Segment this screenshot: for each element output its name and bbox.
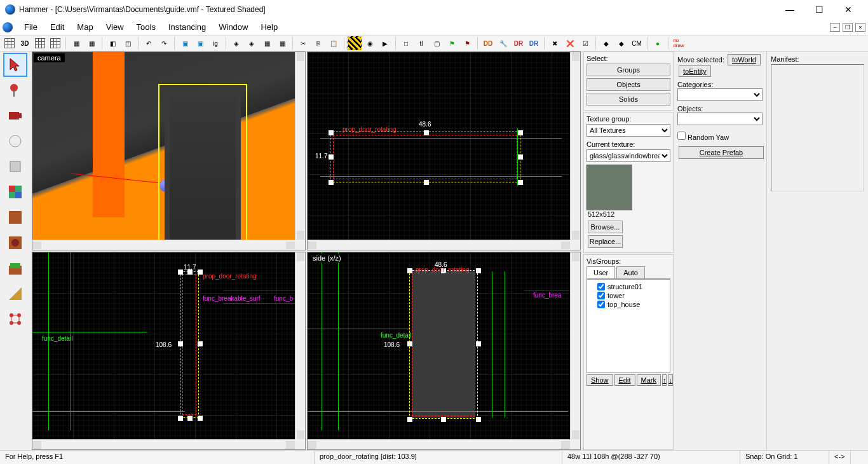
menu-file[interactable]: File <box>18 20 44 34</box>
tb-dr[interactable]: DR <box>512 36 526 50</box>
tb-grid3[interactable] <box>48 36 62 50</box>
tb-cm[interactable]: CM <box>630 36 644 50</box>
objects-select[interactable] <box>677 113 763 125</box>
scrollbar-v[interactable] <box>295 52 305 240</box>
visgroup-checkbox[interactable] <box>597 292 605 299</box>
vg-up[interactable]: ↑ <box>662 374 667 386</box>
tool-apply-texture[interactable] <box>3 205 27 229</box>
tb-cordon2[interactable]: ▣ <box>193 36 207 50</box>
mdi-close[interactable]: × <box>855 23 865 32</box>
menu-instancing[interactable]: Instancing <box>162 20 212 34</box>
tb-tl[interactable]: tl <box>414 36 428 50</box>
tb-copy[interactable]: ⎘ <box>311 36 325 50</box>
tb-hazard[interactable] <box>348 36 362 50</box>
replace-button[interactable]: Replace... <box>588 235 623 248</box>
browse-button[interactable]: Browse... <box>588 221 623 233</box>
viewport-top[interactable]: 48.6 11.7 prop_door_rotating <box>307 51 581 250</box>
tb-box[interactable]: ▢ <box>430 36 444 50</box>
tb-x2[interactable]: ❌ <box>563 36 577 50</box>
tool-overlay[interactable] <box>3 256 27 280</box>
tab-auto[interactable]: Auto <box>616 266 645 278</box>
scrollbar-v[interactable] <box>570 252 580 440</box>
tb-radius[interactable]: ◉ <box>363 36 377 50</box>
visgroup-checkbox[interactable] <box>597 301 605 308</box>
to-entity-button[interactable]: toEntity <box>679 65 711 77</box>
tb-t1[interactable]: ◈ <box>229 36 243 50</box>
viewport-side[interactable]: 48.6 108.6 prop_door_rotating func_detai… <box>307 252 581 451</box>
select-solids[interactable]: Solids <box>587 93 670 106</box>
visgroup-checkbox[interactable] <box>597 283 605 290</box>
tool-camera[interactable] <box>3 104 27 128</box>
scrollbar-h[interactable] <box>308 439 570 449</box>
scrollbar-v[interactable] <box>295 252 305 440</box>
tb-wrench[interactable]: 🔧 <box>496 36 510 50</box>
viewport-3d[interactable]: camera <box>32 51 306 250</box>
random-yaw-checkbox[interactable] <box>677 132 686 140</box>
tb-redo[interactable]: ↷ <box>157 36 171 50</box>
tb-flag2[interactable]: ⚑ <box>460 36 474 50</box>
tb-paste[interactable]: 📋 <box>327 36 341 50</box>
tool-block[interactable] <box>3 154 27 179</box>
menu-tools[interactable]: Tools <box>130 20 162 34</box>
visgroup-item[interactable]: tower <box>590 291 667 300</box>
viewport-front[interactable]: 11.7 108.6 prop_door_rotating func_detai… <box>32 252 306 451</box>
tb-cordon[interactable]: ▣ <box>178 36 192 50</box>
scrollbar-h[interactable] <box>308 240 570 250</box>
menu-map[interactable]: Map <box>71 20 99 34</box>
vg-edit[interactable]: Edit <box>614 374 635 386</box>
close-button[interactable]: ✕ <box>834 0 863 19</box>
visgroup-item[interactable]: top_house <box>590 300 667 309</box>
tb-grid-large[interactable]: ▦ <box>85 36 98 50</box>
vg-mark[interactable]: Mark <box>637 374 661 386</box>
tool-clip[interactable] <box>3 282 27 306</box>
tb-run[interactable]: ▶ <box>378 36 392 50</box>
scrollbar-h[interactable] <box>32 240 295 250</box>
tb-e1[interactable]: ◆ <box>599 36 613 50</box>
tb-undo[interactable]: ↶ <box>142 36 156 50</box>
vg-show[interactable]: Show <box>587 374 613 386</box>
to-world-button[interactable]: toWorld <box>728 54 761 65</box>
tb-nodraw[interactable]: nodraw <box>672 36 686 50</box>
select-groups[interactable]: Groups <box>587 64 670 76</box>
tool-magnify[interactable] <box>3 78 27 102</box>
texgroup-select[interactable]: All Textures <box>587 124 670 137</box>
tab-user[interactable]: User <box>587 266 615 278</box>
tb-e2[interactable]: ◆ <box>614 36 628 50</box>
tb-check[interactable]: ☑ <box>578 36 592 50</box>
tb-dr2[interactable]: DR <box>527 36 541 50</box>
tool-decal[interactable] <box>3 231 27 255</box>
tool-entity[interactable] <box>3 129 27 153</box>
create-prefab-button[interactable]: Create Prefab <box>679 146 764 159</box>
select-objects[interactable]: Objects <box>587 78 670 91</box>
tb-grid[interactable] <box>3 36 17 50</box>
menu-window[interactable]: Window <box>212 20 254 34</box>
tb-dd[interactable]: DD <box>481 36 495 50</box>
curtex-select[interactable]: glass/glasswindowbrea <box>587 149 670 162</box>
tb-t3[interactable]: ▦ <box>260 36 274 50</box>
vg-down[interactable]: ↓ <box>668 374 673 386</box>
categories-select[interactable] <box>677 88 763 101</box>
tool-texture[interactable] <box>3 180 27 204</box>
visgroup-item[interactable]: structure01 <box>590 282 667 291</box>
tb-group[interactable]: ◫ <box>121 36 135 50</box>
mdi-restore[interactable]: ❐ <box>843 23 853 32</box>
mdi-minimize[interactable]: – <box>830 23 840 32</box>
tb-3d[interactable]: 3D <box>18 36 32 50</box>
menu-view[interactable]: View <box>100 20 130 34</box>
tool-selection[interactable] <box>3 53 27 77</box>
tb-grid-small[interactable]: ▦ <box>69 36 83 50</box>
tb-sphere[interactable]: ● <box>651 36 665 50</box>
maximize-button[interactable]: ☐ <box>804 0 834 19</box>
menu-edit[interactable]: Edit <box>44 20 71 34</box>
tb-cut[interactable]: ✂ <box>296 36 310 50</box>
tool-vertex[interactable] <box>3 307 27 331</box>
tb-t4[interactable]: ▦ <box>275 36 289 50</box>
tb-grid2[interactable] <box>33 36 47 50</box>
tb-flag[interactable]: ⚑ <box>445 36 459 50</box>
tb-ig[interactable]: ig <box>208 36 222 50</box>
tb-t2[interactable]: ◈ <box>245 36 259 50</box>
tb-x1[interactable]: ✖ <box>548 36 562 50</box>
minimize-button[interactable]: — <box>775 0 804 19</box>
menu-help[interactable]: Help <box>254 20 284 34</box>
tb-carve[interactable]: ◧ <box>105 36 119 50</box>
